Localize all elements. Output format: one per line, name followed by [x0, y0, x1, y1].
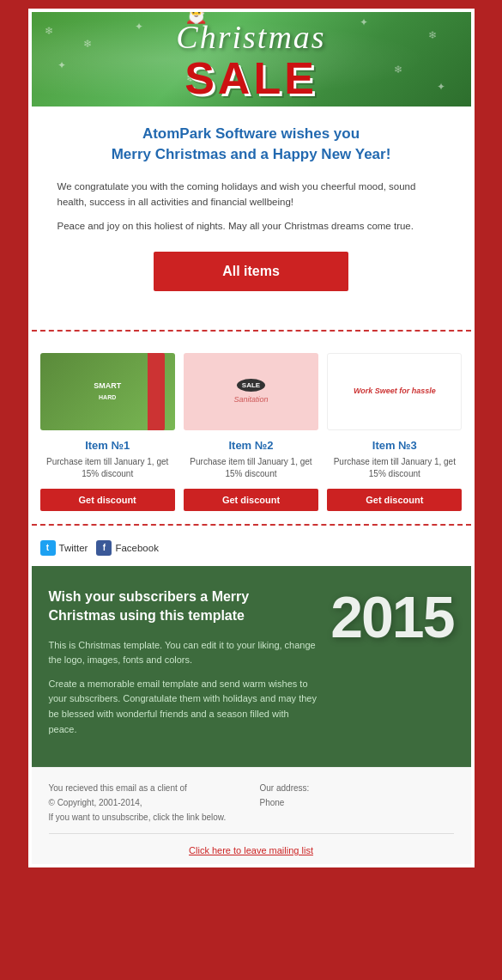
footer-promo-section: Wish your subscribers a Merry Christmas …: [32, 566, 471, 767]
facebook-button[interactable]: f Facebook: [96, 540, 159, 556]
footer-col-right: Our address: Phone: [243, 781, 454, 825]
twitter-icon: t: [40, 540, 56, 556]
footer-left-line3: If you want to unsubscribe, click the li…: [49, 810, 243, 825]
banner-sale-text: SALE: [176, 56, 325, 100]
item-card-1: SMART HARD Item №1 Purchase item till Ja…: [40, 353, 175, 511]
discount-button-3[interactable]: Get discount: [327, 489, 462, 511]
year-display: 2015: [330, 587, 453, 646]
promo-title: Wish your subscribers a Merry Christmas …: [49, 587, 318, 626]
bottom-separator: [32, 524, 471, 526]
promo-text-block: Wish your subscribers a Merry Christmas …: [49, 587, 318, 746]
greeting-body2: Peace and joy on this holiest of nights.…: [57, 218, 445, 234]
footer-right-line3: Phone: [260, 795, 454, 810]
discount-button-2[interactable]: Get discount: [184, 489, 318, 511]
footer-left-line2: © Copyright, 2001-2014,: [49, 795, 243, 810]
promo-body1: This is Christmas template. You can edit…: [49, 638, 318, 668]
header-banner: ❄ ❄ ✦ ✦ ❄ ❄ ✦ ❄ ✦ 🎅 Christmas SALE: [32, 12, 471, 107]
facebook-label: Facebook: [115, 543, 159, 553]
footer-left-line1: You recieved this email as a client of: [49, 781, 243, 795]
twitter-button[interactable]: t Twitter: [40, 540, 88, 556]
unsubscribe-section: Click here to leave mailing list: [49, 833, 454, 855]
greeting-title-line2: Merry Christmas and a Happy New Year!: [112, 146, 391, 162]
item-card-2: SALE Sanitation Item №2 Purchase item ti…: [184, 353, 318, 511]
footer-col-left: You recieved this email as a client of ©…: [49, 781, 243, 825]
social-section: t Twitter f Facebook: [32, 530, 471, 566]
item-desc-2: Purchase item till January 1, get 15% di…: [184, 456, 318, 480]
greeting-title: AtomPark Software wishes you Merry Chris…: [57, 124, 445, 165]
item-image-1: SMART HARD: [40, 353, 175, 430]
item-img-3-text: Work Sweet for hassle: [354, 386, 436, 397]
email-container: ❄ ❄ ✦ ✦ ❄ ❄ ✦ ❄ ✦ 🎅 Christmas SALE AtomP…: [28, 9, 475, 867]
item-desc-3: Purchase item till January 1, get 15% di…: [327, 456, 462, 480]
banner-content: 🎅 Christmas SALE: [176, 18, 325, 100]
greeting-body1: We congratulate you with the coming holi…: [57, 179, 445, 210]
greeting-title-line1: AtomPark Software wishes you: [142, 125, 360, 142]
facebook-icon: f: [96, 540, 112, 556]
items-grid: SMART HARD Item №1 Purchase item till Ja…: [32, 336, 471, 520]
item-image-3: Work Sweet for hassle: [327, 353, 462, 430]
all-items-button[interactable]: All items: [154, 252, 348, 291]
footer-columns: You recieved this email as a client of ©…: [49, 781, 454, 825]
discount-button-1[interactable]: Get discount: [40, 489, 175, 511]
item-img-1-text: SMART HARD: [94, 381, 121, 401]
item-img-2-text: Sanitation: [233, 395, 268, 404]
top-separator: [32, 330, 471, 332]
item-desc-1: Purchase item till January 1, get 15% di…: [40, 456, 175, 480]
item-card-3: Work Sweet for hassle Item №3 Purchase i…: [327, 353, 462, 511]
bottom-footer: You recieved this email as a client of ©…: [32, 767, 471, 864]
unsubscribe-link[interactable]: Click here to leave mailing list: [49, 845, 454, 855]
footer-right-line1: Our address:: [260, 781, 454, 795]
promo-body2: Create a memorable email template and se…: [49, 677, 318, 737]
twitter-label: Twitter: [59, 543, 88, 553]
all-items-section: All items: [57, 252, 445, 291]
item-name-1: Item №1: [40, 439, 175, 452]
year-graphic: 2015: [330, 587, 453, 646]
item-name-2: Item №2: [184, 439, 318, 452]
main-content: AtomPark Software wishes you Merry Chris…: [32, 107, 471, 326]
item-name-3: Item №3: [327, 439, 462, 452]
item-image-2: SALE Sanitation: [184, 353, 318, 430]
item-img-2-badge: SALE: [237, 379, 265, 392]
